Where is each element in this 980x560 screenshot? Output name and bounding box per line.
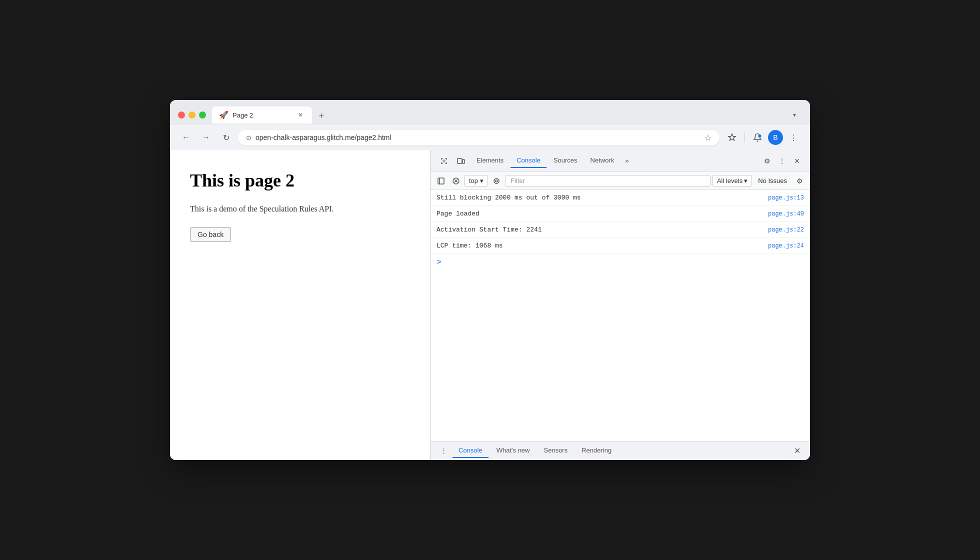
traffic-lights — [178, 112, 206, 118]
title-bar: 🚀 Page 2 ✕ + ▾ — [170, 100, 810, 125]
minimize-button[interactable] — [188, 112, 196, 118]
content-area: This is page 2 This is a demo of the Spe… — [170, 150, 810, 460]
bottom-tab-rendering[interactable]: Rendering — [576, 444, 618, 458]
back-button[interactable]: ← — [178, 130, 194, 146]
bottom-tab-whats-new[interactable]: What's new — [490, 444, 536, 458]
all-levels-arrow: ▾ — [744, 177, 748, 184]
console-source-link-3[interactable]: page.js:24 — [768, 242, 804, 250]
go-back-button[interactable]: Go back — [190, 227, 231, 242]
console-prompt[interactable]: > — [430, 254, 810, 271]
context-selector-label: top — [469, 177, 478, 184]
console-source-link-2[interactable]: page.js:22 — [768, 226, 804, 234]
console-message-0: Still blocking 2000 ms out of 3000 ms — [436, 194, 764, 202]
nav-bar: ← → ↻ ⊙ open-chalk-asparagus.glitch.me/p… — [170, 125, 810, 150]
context-selector-arrow: ▾ — [480, 177, 484, 184]
console-toolbar: top ▾ All levels ▾ No Issues ⚙ — [430, 172, 810, 190]
tab-favicon: 🚀 — [219, 110, 228, 120]
maximize-button[interactable] — [199, 112, 206, 118]
devtools-close-icon[interactable]: ✕ — [790, 154, 804, 168]
bookmark-star-icon[interactable]: ☆ — [704, 133, 712, 142]
devtools-tabs: Elements Console Sources Network » — [470, 154, 758, 168]
window-dropdown-button[interactable]: ▾ — [787, 108, 802, 122]
console-entry-0: Still blocking 2000 ms out of 3000 ms pa… — [430, 190, 810, 206]
all-levels-label: All levels — [717, 177, 742, 184]
all-levels-button[interactable]: All levels ▾ — [712, 175, 752, 186]
devtools-settings-icon[interactable]: ⚙ — [760, 154, 774, 168]
nav-actions: B ⋮ — [724, 129, 802, 146]
reload-button[interactable]: ↻ — [218, 130, 234, 146]
forward-button[interactable]: → — [198, 130, 214, 146]
bottom-close-icon[interactable]: ✕ — [790, 444, 804, 458]
svg-rect-2 — [458, 158, 462, 164]
more-tabs-button[interactable]: » — [621, 154, 632, 168]
devtools-right-actions: ⚙ ⋮ ✕ — [760, 154, 804, 168]
tab-close-icon[interactable]: ✕ — [296, 110, 305, 120]
page-heading: This is page 2 — [190, 170, 410, 191]
bottom-tab-sensors[interactable]: Sensors — [538, 444, 574, 458]
console-sidebar-icon[interactable] — [434, 174, 448, 188]
svg-point-0 — [758, 135, 761, 138]
devtools-more-icon[interactable]: ⋮ — [775, 154, 789, 168]
bottom-tabs: Console What's new Sensors Rendering — [452, 444, 788, 458]
devtools-bottom-bar: ⋮ Console What's new Sensors Rendering ✕ — [430, 441, 810, 460]
clear-console-icon[interactable] — [450, 174, 462, 188]
bottom-menu-icon[interactable]: ⋮ — [436, 444, 450, 458]
device-toolbar-icon[interactable] — [454, 154, 468, 168]
console-message-3: LCP time: 1068 ms — [436, 242, 764, 250]
profile-button[interactable]: B — [768, 130, 783, 145]
new-tab-button[interactable]: + — [314, 108, 329, 124]
console-settings-icon[interactable]: ⚙ — [793, 174, 806, 188]
svg-rect-4 — [438, 178, 444, 184]
tab-elements[interactable]: Elements — [470, 154, 510, 168]
chrome-menu-icon[interactable]: ⋮ — [785, 129, 802, 146]
inspect-element-icon[interactable] — [436, 154, 452, 168]
extensions-icon[interactable] — [724, 129, 740, 146]
console-entry-3: LCP time: 1068 ms page.js:24 — [430, 238, 810, 254]
address-security-icon: ⊙ — [246, 134, 252, 142]
address-text: open-chalk-asparagus.glitch.me/page2.htm… — [256, 134, 700, 142]
console-entry-2: Activation Start Time: 2241 page.js:22 — [430, 222, 810, 238]
bottom-tab-console[interactable]: Console — [452, 444, 488, 458]
svg-rect-3 — [462, 160, 464, 164]
devtools-top-bar: Elements Console Sources Network » ⚙ ⋮ ✕ — [430, 150, 810, 172]
tab-network[interactable]: Network — [584, 154, 620, 168]
console-message-2: Activation Start Time: 2241 — [436, 226, 764, 234]
tab-title: Page 2 — [232, 112, 292, 119]
no-issues-button[interactable]: No Issues — [754, 176, 791, 186]
context-selector[interactable]: top ▾ — [464, 175, 488, 186]
active-tab[interactable]: 🚀 Page 2 ✕ — [212, 106, 312, 124]
page-description: This is a demo of the Speculation Rules … — [190, 203, 410, 215]
tab-console[interactable]: Console — [510, 154, 546, 168]
page-content: This is page 2 This is a demo of the Spe… — [170, 150, 430, 460]
live-expression-icon[interactable] — [490, 174, 503, 188]
divider — [744, 132, 745, 142]
console-entry-1: Page loaded page.js:40 — [430, 206, 810, 222]
svg-point-9 — [496, 180, 498, 182]
console-source-link-1[interactable]: page.js:40 — [768, 210, 804, 218]
close-button[interactable] — [178, 112, 185, 118]
devtools-panel: Elements Console Sources Network » ⚙ ⋮ ✕ — [430, 150, 810, 460]
tab-sources[interactable]: Sources — [548, 154, 584, 168]
browser-window: 🚀 Page 2 ✕ + ▾ ← → ↻ ⊙ open-chalk-aspara… — [170, 100, 810, 460]
console-prompt-symbol: > — [436, 258, 442, 267]
filter-input[interactable] — [505, 175, 710, 186]
console-output: Still blocking 2000 ms out of 3000 ms pa… — [430, 190, 810, 441]
tabs-area: 🚀 Page 2 ✕ + — [212, 106, 781, 124]
address-bar[interactable]: ⊙ open-chalk-asparagus.glitch.me/page2.h… — [238, 130, 720, 146]
notifications-icon[interactable] — [749, 129, 766, 146]
console-source-link-0[interactable]: page.js:13 — [768, 194, 804, 202]
console-message-1: Page loaded — [436, 210, 764, 218]
svg-rect-1 — [443, 160, 445, 162]
